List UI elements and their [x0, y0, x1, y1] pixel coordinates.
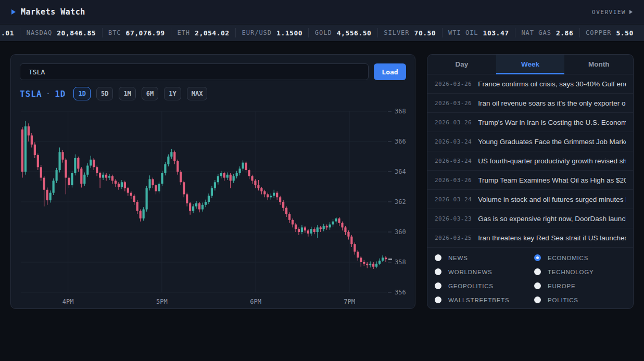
svg-text:356: 356 — [395, 289, 406, 296]
timeframe-button-max[interactable]: MAX — [187, 87, 208, 100]
news-panel: DayWeekMonth 2026-03-26France confirms o… — [427, 54, 634, 309]
news-headline: Trump Team Examines What Oil as High as … — [478, 176, 626, 184]
ticker-item-natgas: NAT GAS2.86 — [521, 29, 573, 37]
news-headline: Gas is so expensive right now, DoorDash … — [478, 215, 626, 223]
news-headline: Volume in stock and oil futures surged m… — [478, 196, 626, 203]
news-row[interactable]: 2026-03-23Gas is so expensive right now,… — [427, 209, 633, 228]
radio-technology[interactable] — [534, 268, 541, 275]
ticker-value: 2.86 — [556, 29, 573, 37]
ticker-item-silver: SILVER70.50 — [384, 29, 436, 37]
radio-politics[interactable] — [534, 296, 541, 303]
filter-option-worldnews[interactable]: WORLDNEWS — [435, 268, 534, 275]
news-row[interactable]: 2026-03-24Volume in stock and oil future… — [427, 190, 633, 209]
news-date: 2026-03-24 — [435, 158, 472, 164]
load-button[interactable]: Load — [374, 63, 406, 80]
svg-text:360: 360 — [395, 228, 406, 236]
filter-option-wallstreetbets[interactable]: WALLSTREETBETS — [435, 296, 534, 303]
ticker-item-partial: .01 — [1, 29, 14, 37]
news-headline: Iran threatens key Red Sea strait if US … — [478, 234, 626, 242]
ticker-label: WTI OIL — [448, 29, 478, 36]
filter-label-politics: POLITICS — [548, 297, 578, 303]
news-period-tabs: DayWeekMonth — [427, 55, 633, 74]
news-row[interactable]: 2026-03-26Iran oil revenue soars as it's… — [427, 94, 633, 113]
ticker-item-eth: ETH2,054.02 — [177, 29, 229, 37]
filter-label-geopolitics: GEOPOLITICS — [448, 283, 494, 289]
tab-month[interactable]: Month — [564, 55, 633, 74]
radio-europe[interactable] — [534, 282, 541, 289]
price-chart-svg: 3563583603623643663684PM5PM6PM7PM — [20, 105, 407, 304]
news-row[interactable]: 2026-03-26Trump Team Examines What Oil a… — [427, 171, 633, 190]
ticker-value: 103.47 — [483, 29, 509, 37]
ticker-item-wtioil: WTI OIL103.47 — [448, 29, 509, 37]
ticker-label: BTC — [108, 29, 121, 36]
ticker-divider — [308, 28, 309, 37]
news-row[interactable]: 2026-03-26Trump's War in Iran is Costing… — [427, 113, 633, 132]
ticker-label: COPPER — [586, 29, 611, 36]
filter-option-politics[interactable]: POLITICS — [534, 296, 626, 303]
svg-text:358: 358 — [395, 259, 406, 266]
active-symbol-label: TSLA — [20, 89, 42, 99]
timeframe-button-5d[interactable]: 5D — [96, 87, 113, 100]
symbol-input[interactable] — [20, 63, 369, 80]
news-date: 2026-03-26 — [435, 119, 472, 126]
ticker-label: EUR/USD — [242, 29, 272, 36]
news-date: 2026-03-26 — [435, 100, 472, 107]
timeframe-button-6m[interactable]: 6M — [142, 87, 158, 100]
ticker-label: GOLD — [315, 29, 332, 36]
filter-option-technology[interactable]: TECHNOLOGY — [534, 268, 626, 275]
ticker-divider — [377, 28, 378, 37]
news-date: 2026-03-23 — [435, 215, 472, 222]
news-row[interactable]: 2026-03-24US fourth-quarter productivity… — [427, 151, 633, 171]
timeframe-button-1y[interactable]: 1Y — [164, 87, 181, 100]
overview-label: OVERVIEW — [592, 9, 626, 16]
news-headline: US fourth-quarter productivity growth re… — [478, 157, 626, 165]
overview-triangle-icon — [629, 10, 633, 14]
ticker-value: 1.1500 — [276, 29, 302, 37]
radio-economics[interactable] — [534, 254, 541, 261]
ticker-item-eurusd: EUR/USD1.1500 — [242, 29, 303, 37]
timeframe-button-1d[interactable]: 1D — [73, 87, 90, 100]
filter-label-europe: EUROPE — [548, 283, 575, 289]
news-date: 2026-03-24 — [435, 138, 472, 145]
news-row[interactable]: 2026-03-25Iran threatens key Red Sea str… — [427, 228, 633, 248]
ticker-value: 2,054.02 — [195, 29, 230, 37]
tab-day[interactable]: Day — [427, 55, 496, 74]
radio-geopolitics[interactable] — [435, 282, 441, 289]
ticker-divider — [442, 28, 443, 37]
ticker-item-copper: COPPER5.50 — [586, 29, 634, 37]
filter-option-economics[interactable]: ECONOMICS — [534, 254, 626, 261]
ticker-label: ETH — [177, 29, 190, 36]
tab-week[interactable]: Week — [496, 55, 565, 74]
market-ticker-bar: .01NASDAQ20,846.85BTC67,076.99ETH2,054.0… — [0, 24, 644, 42]
symbol-separator: · — [47, 89, 50, 98]
ticker-divider — [235, 28, 236, 37]
news-row[interactable]: 2026-03-24Young Graduates Face the Grimm… — [427, 132, 633, 151]
filter-label-worldnews: WORLDNEWS — [448, 269, 493, 275]
chart-panel: Load TSLA · 1D 1D5D1M6M1YMAX 35635836036… — [10, 54, 415, 309]
filter-option-geopolitics[interactable]: GEOPOLITICS — [435, 282, 534, 289]
ticker-item-btc: BTC67,076.99 — [108, 29, 165, 37]
filter-option-europe[interactable]: EUROPE — [534, 282, 626, 289]
radio-news[interactable] — [435, 254, 441, 261]
main-content: Load TSLA · 1D 1D5D1M6M1YMAX 35635836036… — [0, 42, 644, 309]
ticker-divider — [579, 28, 580, 37]
news-headline: Young Graduates Face the Grimmest Job Ma… — [478, 138, 626, 146]
news-row[interactable]: 2026-03-26France confirms oil crisis, sa… — [427, 74, 633, 94]
radio-worldnews[interactable] — [435, 268, 441, 275]
app-header: Markets Watch OVERVIEW — [0, 0, 644, 24]
timeframe-button-1m[interactable]: 1M — [119, 87, 135, 100]
filter-label-technology: TECHNOLOGY — [548, 269, 594, 275]
ticker-label: NAT GAS — [521, 29, 551, 36]
ticker-value: 5.50 — [616, 29, 633, 37]
ticker-item-nasdaq: NASDAQ20,846.85 — [27, 29, 96, 37]
svg-text:362: 362 — [395, 198, 406, 205]
filter-label-wallstreetbets: WALLSTREETBETS — [448, 297, 510, 303]
filter-label-news: NEWS — [448, 255, 468, 261]
svg-text:6PM: 6PM — [250, 298, 261, 304]
overview-link[interactable]: OVERVIEW — [592, 9, 633, 16]
ticker-value: 67,076.99 — [126, 29, 165, 37]
radio-wallstreetbets[interactable] — [435, 296, 441, 303]
filter-option-news[interactable]: NEWS — [435, 254, 534, 261]
svg-text:366: 366 — [395, 138, 406, 145]
ticker-value: 20,846.85 — [57, 29, 96, 37]
